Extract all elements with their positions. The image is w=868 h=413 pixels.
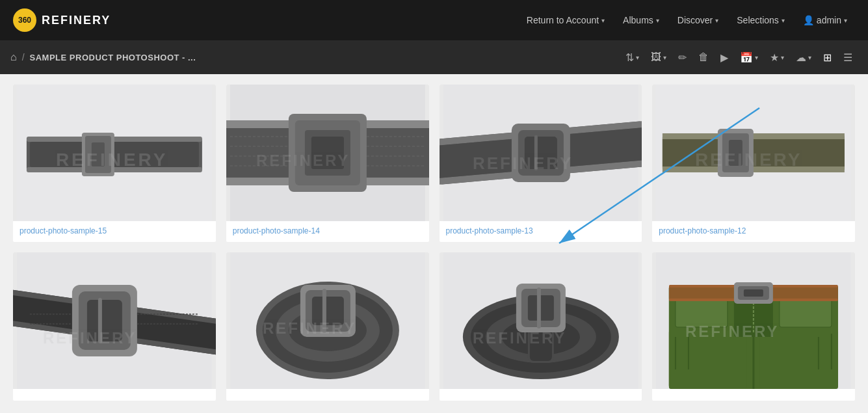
list-icon: ☰	[843, 51, 852, 64]
nav-item-return[interactable]: Return to Account ▾	[519, 10, 612, 31]
svg-rect-94	[744, 289, 763, 297]
svg-text:REFINERY: REFINERY	[56, 150, 168, 170]
user-icon: 👤	[803, 15, 814, 25]
photo-label-7[interactable]	[440, 389, 642, 401]
photo-card-7[interactable]: REFINERY	[440, 252, 642, 401]
cloud-caret-icon: ▾	[808, 54, 811, 61]
sort-icon: ⇅	[625, 51, 634, 64]
top-navigation: 360 REFINERY Return to Account ▾ Albums …	[0, 0, 868, 40]
photo-image-1: REFINERY	[13, 85, 216, 221]
play-button[interactable]: ▶	[715, 47, 733, 68]
photo-label-3[interactable]: product-photo-sample-13	[440, 221, 642, 242]
breadcrumb-separator: /	[22, 52, 25, 62]
svg-text:REFINERY: REFINERY	[695, 150, 802, 170]
toolbar: ⇅ ▾ 🖼 ▾ ✏ 🗑 ▶ 📅 ▾ ★ ▾ ☁ ▾ ⊞	[620, 47, 858, 68]
breadcrumb-bar: ⌂ / SAMPLE PRODUCT PHOTOSHOOT - ... ⇅ ▾ …	[0, 40, 868, 74]
delete-button[interactable]: 🗑	[693, 47, 714, 67]
photo-image-5: REFINERY	[13, 252, 216, 389]
photo-card-1[interactable]: REFINERY product-photo-sample-15	[13, 85, 216, 242]
edit-button[interactable]: ✏	[673, 47, 692, 68]
star-button[interactable]: ★ ▾	[765, 47, 789, 68]
admin-caret-icon: ▾	[844, 17, 847, 24]
photo-image-8: REFINERY	[652, 252, 855, 389]
sort-caret-icon: ▾	[636, 54, 639, 61]
photo-card-2[interactable]: REFINERY product-photo-sample-14	[226, 85, 429, 242]
svg-text:REFINERY: REFINERY	[43, 329, 137, 347]
photo-card-4[interactable]: REFINERY product-photo-sample-12	[652, 85, 855, 242]
return-caret-icon: ▾	[601, 17, 605, 24]
main-content: REFINERY product-photo-sample-15	[0, 74, 868, 412]
calendar-caret-icon: ▾	[755, 54, 758, 61]
home-icon[interactable]: ⌂	[10, 51, 17, 63]
logo[interactable]: 360 REFINERY	[13, 8, 111, 32]
albums-caret-icon: ▾	[656, 17, 659, 24]
photo-label-2[interactable]: product-photo-sample-14	[226, 221, 429, 242]
grid-icon: ⊞	[823, 51, 832, 64]
nav-item-albums[interactable]: Albums ▾	[615, 10, 667, 31]
grid-view-button[interactable]: ⊞	[818, 47, 837, 68]
selections-caret-icon: ▾	[782, 17, 785, 24]
view-caret-icon: ▾	[663, 54, 666, 61]
nav-item-selections[interactable]: Selections ▾	[729, 10, 793, 31]
photo-label-6[interactable]	[226, 389, 429, 401]
photo-card-5[interactable]: REFINERY	[13, 252, 216, 401]
breadcrumb-title: SAMPLE PRODUCT PHOTOSHOOT - ...	[30, 53, 196, 62]
nav-links: Return to Account ▾ Albums ▾ Discover ▾ …	[519, 10, 855, 31]
photo-image-7: REFINERY	[440, 252, 642, 389]
star-icon: ★	[770, 51, 779, 64]
svg-text:REFINERY: REFINERY	[472, 153, 573, 173]
photo-card-3[interactable]: REFINERY product-photo-sample-13	[440, 85, 642, 242]
sort-button[interactable]: ⇅ ▾	[620, 47, 644, 68]
discover-caret-icon: ▾	[715, 17, 718, 24]
photo-card-6[interactable]: REFINERY	[226, 252, 429, 401]
svg-rect-77	[536, 287, 540, 328]
calendar-button[interactable]: 📅 ▾	[735, 47, 763, 68]
list-view-button[interactable]: ☰	[838, 47, 858, 68]
calendar-icon: 📅	[740, 51, 753, 64]
photo-card-8[interactable]: REFINERY	[652, 252, 855, 401]
photo-label-5[interactable]	[13, 389, 216, 401]
logo-text: REFINERY	[42, 14, 111, 27]
breadcrumb: ⌂ / SAMPLE PRODUCT PHOTOSHOOT - ...	[10, 51, 196, 63]
nav-item-discover[interactable]: Discover ▾	[670, 10, 726, 31]
image-icon: 🖼	[651, 51, 661, 63]
photo-grid: REFINERY product-photo-sample-15	[13, 85, 855, 401]
star-caret-icon: ▾	[781, 54, 784, 61]
photo-label-4[interactable]: product-photo-sample-12	[652, 221, 855, 242]
svg-text:REFINERY: REFINERY	[685, 323, 779, 340]
cloud-icon: ☁	[796, 51, 806, 64]
photo-image-2: REFINERY	[226, 85, 429, 221]
photo-label-1[interactable]: product-photo-sample-15	[13, 221, 216, 242]
photo-label-8[interactable]	[652, 389, 855, 401]
svg-text:REFINERY: REFINERY	[256, 152, 350, 169]
logo-badge: 360	[13, 8, 36, 32]
svg-rect-88	[780, 298, 832, 327]
svg-text:REFINERY: REFINERY	[263, 319, 356, 337]
view-button[interactable]: 🖼 ▾	[646, 47, 672, 67]
photo-image-6: REFINERY	[226, 252, 429, 389]
play-icon: ▶	[720, 51, 728, 64]
cloud-button[interactable]: ☁ ▾	[791, 47, 817, 68]
nav-item-admin[interactable]: 👤 admin ▾	[795, 10, 855, 31]
photo-image-4: REFINERY	[652, 85, 855, 221]
trash-icon: 🗑	[698, 51, 709, 63]
pencil-icon: ✏	[678, 51, 687, 64]
svg-text:REFINERY: REFINERY	[472, 329, 566, 347]
photo-image-3: REFINERY	[440, 85, 642, 221]
